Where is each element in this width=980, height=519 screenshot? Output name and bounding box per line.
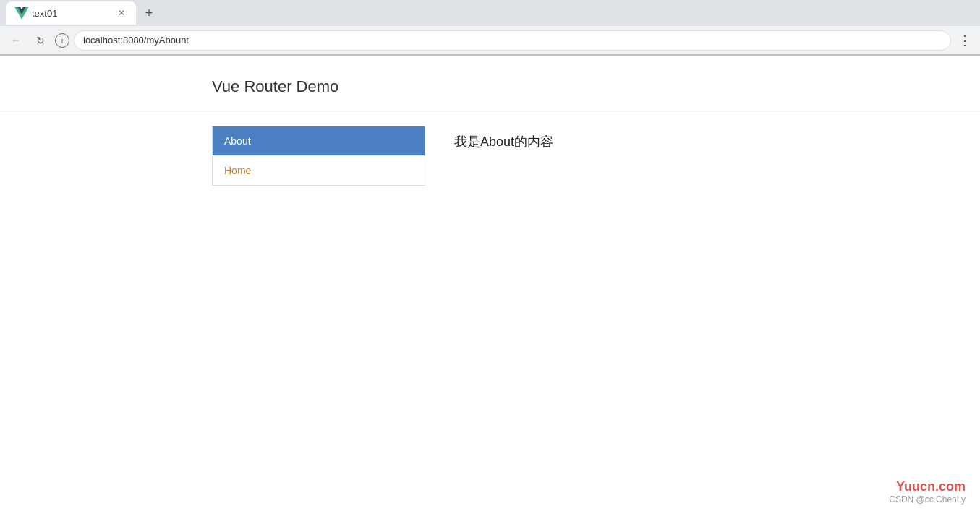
browser-chrome: text01 ✕ + ← ↻ i localhost:8080/myAbount… bbox=[0, 0, 980, 56]
more-icon: ⋮ bbox=[958, 33, 971, 48]
nav-item-home[interactable]: Home bbox=[213, 156, 425, 185]
tab-title: text01 bbox=[32, 8, 110, 19]
new-tab-button[interactable]: + bbox=[139, 3, 159, 23]
nav-item-about-label: About bbox=[224, 135, 251, 147]
info-button[interactable]: i bbox=[55, 33, 69, 48]
page-title: Vue Router Demo bbox=[212, 77, 980, 96]
vue-favicon-icon bbox=[14, 6, 29, 20]
watermark-brand: Yuucn.com bbox=[889, 479, 966, 494]
back-button[interactable]: ← bbox=[6, 30, 26, 51]
more-options-button[interactable]: ⋮ bbox=[955, 33, 974, 48]
info-icon: i bbox=[61, 36, 63, 45]
watermark-credit: CSDN @cc.ChenLy bbox=[889, 494, 966, 505]
reload-button[interactable]: ↻ bbox=[30, 30, 51, 51]
nav-menu: About Home bbox=[212, 126, 425, 186]
content-text: 我是About的内容 bbox=[454, 133, 553, 150]
url-text: localhost:8080/myAbount bbox=[83, 35, 189, 46]
page-divider bbox=[0, 111, 980, 111]
address-bar: ← ↻ i localhost:8080/myAbount ⋮ bbox=[0, 26, 980, 55]
url-bar[interactable]: localhost:8080/myAbount bbox=[74, 30, 951, 51]
nav-item-about[interactable]: About bbox=[213, 126, 425, 156]
reload-icon: ↻ bbox=[36, 35, 45, 46]
watermark: Yuucn.com CSDN @cc.ChenLy bbox=[889, 479, 966, 505]
content-area: 我是About的内容 bbox=[454, 126, 980, 186]
page-content: Vue Router Demo About Home 我是About的内容 bbox=[0, 56, 980, 519]
tab-close-button[interactable]: ✕ bbox=[116, 7, 127, 19]
nav-item-home-label: Home bbox=[224, 165, 251, 176]
main-layout: About Home 我是About的内容 bbox=[212, 126, 980, 186]
browser-tab[interactable]: text01 ✕ bbox=[6, 1, 136, 25]
tab-bar: text01 ✕ + bbox=[0, 0, 980, 26]
back-icon: ← bbox=[11, 35, 21, 46]
